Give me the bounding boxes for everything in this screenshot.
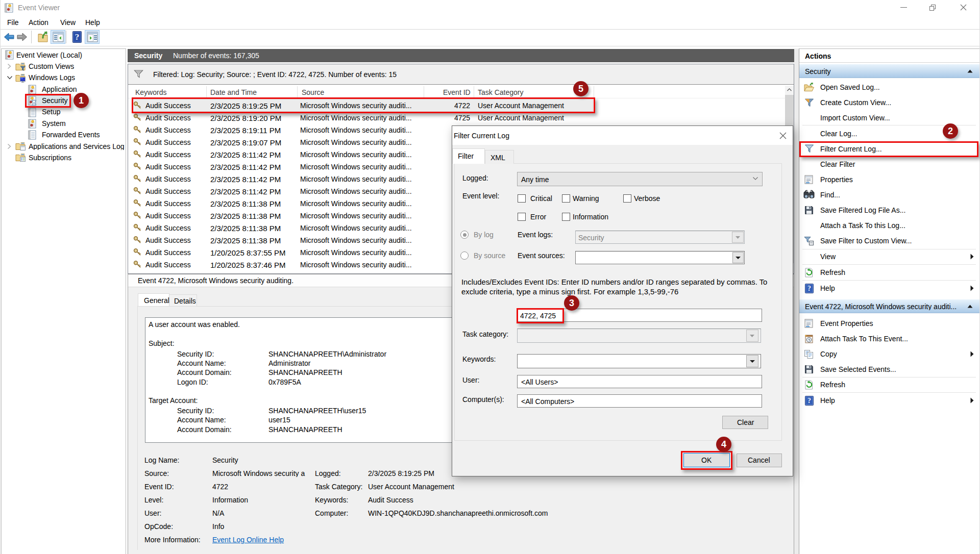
svg-text:?: ? [807,397,811,405]
svg-text:?: ? [75,32,80,42]
svg-text:?: ? [807,285,811,292]
